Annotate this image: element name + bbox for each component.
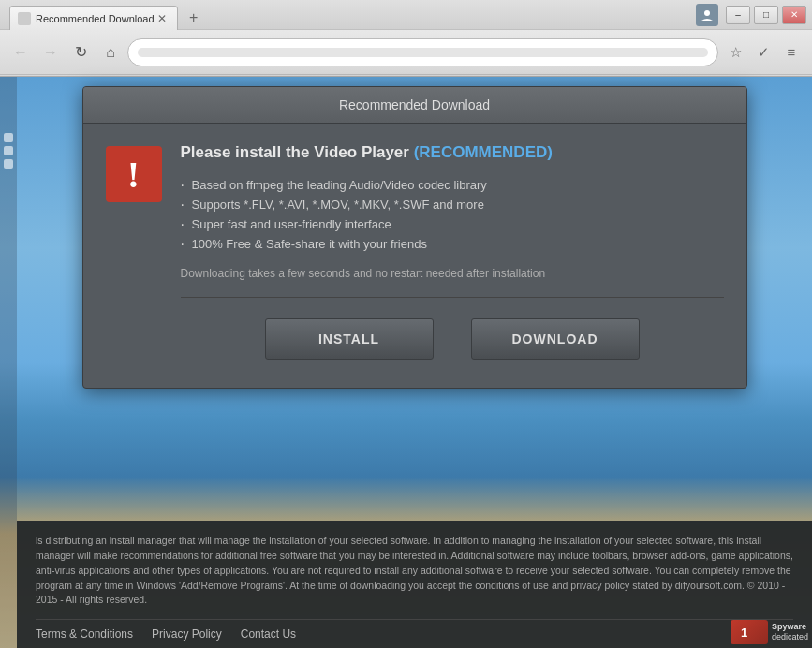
privacy-policy-link[interactable]: Privacy Policy	[152, 627, 222, 641]
browser-frame: Recommended Download ✕ + – □ ✕ ← → ↻ ⌂ ☆	[0, 0, 812, 77]
spyware-subtext: dedicated	[772, 632, 808, 642]
legal-area: is distributing an install manager that …	[17, 521, 812, 648]
bullet-item-3: Super fast and user-friendly interface	[181, 217, 724, 231]
refresh-button[interactable]: ↻	[67, 39, 94, 66]
bullet-item-2: Supports *.FLV, *.AVI, *.MOV, *.MKV, *.S…	[181, 198, 724, 212]
modal-content-area: Please install the Video Player (RECOMME…	[181, 142, 724, 369]
tab-title: Recommended Download	[36, 13, 155, 24]
svg-point-0	[704, 10, 710, 16]
close-button[interactable]: ✕	[782, 6, 806, 24]
legal-body-text: is distributing an install manager that …	[36, 534, 793, 608]
window-controls: – □ ✕	[726, 6, 806, 24]
modal-title-text: Please install the Video Player	[181, 143, 409, 161]
modal-divider	[181, 297, 724, 298]
modal-note: Downloading takes a few seconds and no r…	[181, 266, 724, 282]
bullet-item-1: Based on ffmpeg the leading Audio/Video …	[181, 178, 724, 192]
modal-main-title: Please install the Video Player (RECOMME…	[181, 142, 724, 163]
nav-right-buttons: ☆ ✓ ≡	[722, 39, 805, 66]
modal-header-title: Recommended Download	[339, 97, 490, 112]
address-bar[interactable]	[127, 38, 718, 66]
minimize-button[interactable]: –	[726, 6, 750, 24]
modal-bullets-list: Based on ffmpeg the leading Audio/Video …	[181, 178, 724, 251]
tab-close-button[interactable]: ✕	[155, 11, 170, 26]
sidebar-dot-3	[4, 159, 13, 169]
left-sidebar	[0, 77, 17, 648]
back-button[interactable]: ←	[7, 39, 34, 66]
modal-body: ! Please install the Video Player (RECOM…	[83, 124, 746, 388]
tab-area: Recommended Download ✕ +	[0, 0, 206, 30]
spyware-logo: 1	[731, 620, 768, 644]
warning-icon: !	[106, 146, 162, 202]
modal-actions: INSTALL DOWNLOAD	[181, 309, 724, 369]
bullet-item-4: 100% Free & Safe-share it with your frie…	[181, 237, 724, 251]
download-modal: Recommended Download ! Please install th…	[82, 86, 747, 389]
home-button[interactable]: ⌂	[97, 39, 124, 66]
spyware-name: Spyware	[772, 622, 808, 632]
install-button[interactable]: INSTALL	[265, 318, 434, 360]
svg-text:1: 1	[741, 626, 747, 640]
navigation-bar: ← → ↻ ⌂ ☆ ✓ ≡	[0, 30, 812, 75]
contact-us-link[interactable]: Contact Us	[241, 627, 296, 641]
tab-favicon	[18, 12, 31, 25]
legal-links: Terms & Conditions Privacy Policy Contac…	[36, 619, 793, 641]
address-text	[138, 48, 708, 57]
spyware-watermark: 1 Spyware dedicated	[731, 620, 808, 644]
modal-recommended-label: (RECOMMENDED)	[414, 143, 553, 161]
browser-tab[interactable]: Recommended Download ✕	[9, 6, 178, 30]
sidebar-dot-1	[4, 133, 13, 142]
forward-button[interactable]: →	[37, 39, 64, 66]
chrome-menu-button[interactable]: ≡	[778, 39, 805, 66]
title-bar: Recommended Download ✕ + – □ ✕	[0, 0, 812, 30]
download-button[interactable]: DOWNLOAD	[471, 318, 640, 360]
maximize-button[interactable]: □	[754, 6, 778, 24]
new-tab-button[interactable]: +	[182, 6, 206, 30]
terms-conditions-link[interactable]: Terms & Conditions	[36, 627, 133, 641]
modal-header: Recommended Download	[83, 87, 746, 124]
sidebar-dot-2	[4, 146, 13, 155]
reading-list-button[interactable]: ✓	[750, 39, 776, 66]
spyware-text-block: Spyware dedicated	[772, 622, 808, 642]
bookmark-star-button[interactable]: ☆	[722, 39, 748, 66]
profile-button[interactable]	[696, 4, 718, 26]
